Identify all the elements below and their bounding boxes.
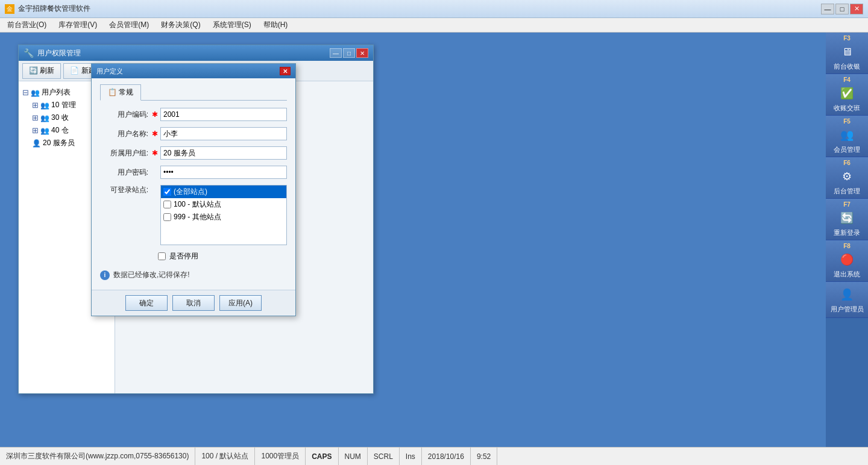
user-group-row: 所属用户组: ✱ <box>100 146 287 160</box>
sidebar-key-f3: F3 <box>843 35 851 42</box>
tree-label-40: 40 仓 <box>51 125 69 136</box>
sidebar-key-f8: F8 <box>843 243 851 249</box>
sidebar-label-user: 用户管理员 <box>831 305 864 314</box>
tree-icon-40: 👥 <box>40 126 49 135</box>
main-window: 🔧 用户权限管理 — □ ✕ 🔄 刷新 📄 新建 ⊟ 👥 用户列表 ⊞ <box>18 45 374 394</box>
user-name-required: ✱ <box>152 130 158 138</box>
tree-icon-20: 👤 <box>32 139 41 148</box>
user-code-required: ✱ <box>152 110 158 119</box>
site-checkbox-all[interactable] <box>163 188 171 196</box>
user-group-label: 所属用户组: <box>100 148 148 158</box>
user-dialog-title: 用户定义 <box>96 67 123 76</box>
status-num: NUM <box>339 448 368 465</box>
sidebar-label-logout: 退出系统 <box>834 270 860 279</box>
user-group-input[interactable] <box>160 146 287 160</box>
right-panel: 用户定义 ✕ 📋 常规 用户编码: ✱ <box>115 81 373 393</box>
close-button[interactable]: ✕ <box>850 4 863 14</box>
tree-root-icon: 👥 <box>31 89 40 97</box>
sidebar-btn-user[interactable]: 👤 用户管理员 <box>826 282 868 318</box>
tree-icon-10: 👥 <box>40 101 49 110</box>
window-controls: — □ ✕ <box>821 4 863 14</box>
frontdesk-icon: 🖥 <box>838 43 855 60</box>
tree-label-20: 20 服务员 <box>43 138 75 148</box>
site-label-999: 999 - 其他站点 <box>174 212 221 222</box>
user-dialog-footer: 确定 取消 应用(A) <box>92 290 295 316</box>
tree-expand-40-icon: ⊞ <box>32 126 39 135</box>
sidebar-label-members: 会员管理 <box>834 145 860 154</box>
disable-checkbox[interactable] <box>158 252 166 260</box>
user-dialog-titlebar: 用户定义 ✕ <box>92 64 295 78</box>
menu-system[interactable]: 系统管理(S) <box>208 19 256 31</box>
tab-general[interactable]: 📋 常规 <box>100 84 141 101</box>
info-icon: i <box>100 270 110 280</box>
sidebar-label-backend: 后台管理 <box>834 187 860 196</box>
backend-icon: ⚙ <box>838 168 855 185</box>
desktop: F3 🖥 前台收银 F4 ✅ 收账交班 F5 👥 会员管理 F6 ⚙ 后台管理 … <box>0 33 868 447</box>
minimize-button[interactable]: — <box>821 4 834 14</box>
site-checkbox-100[interactable] <box>163 201 171 208</box>
app-icon: 金 <box>5 4 14 14</box>
apply-button[interactable]: 应用(A) <box>219 295 262 311</box>
main-window-title: 用户权限管理 <box>37 48 81 58</box>
password-label: 用户密码: <box>100 167 148 178</box>
menu-help[interactable]: 帮助(H) <box>259 19 293 31</box>
status-scrl: SCRL <box>368 448 400 465</box>
password-row: 用户密码: ✱ <box>100 166 287 179</box>
menu-frontdesk[interactable]: 前台营业(O) <box>2 19 51 31</box>
password-input[interactable] <box>160 166 287 179</box>
main-minimize-btn[interactable]: — <box>330 48 342 58</box>
user-dialog-close-btn[interactable]: ✕ <box>280 67 291 75</box>
sidebar-btn-frontdesk[interactable]: F3 🖥 前台收银 <box>826 33 868 74</box>
main-window-titlebar: 🔧 用户权限管理 — □ ✕ <box>19 45 373 61</box>
cancel-button[interactable]: 取消 <box>172 295 215 311</box>
right-sidebar: F3 🖥 前台收银 F4 ✅ 收账交班 F5 👥 会员管理 F6 ⚙ 后台管理 … <box>826 33 868 447</box>
tree-label-30: 30 收 <box>51 113 69 123</box>
user-name-input[interactable] <box>160 127 287 140</box>
sidebar-label-relogin: 重新登录 <box>834 228 860 237</box>
status-station: 100 / 默认站点 <box>195 448 255 465</box>
site-item-999[interactable]: 999 - 其他站点 <box>161 211 286 223</box>
sidebar-btn-members[interactable]: F5 👥 会员管理 <box>826 116 868 157</box>
sites-row: 可登录站点: ✱ (全部站点) 100 - 默认站点 <box>100 185 287 245</box>
user-dialog: 用户定义 ✕ 📋 常规 用户编码: ✱ <box>91 63 296 316</box>
sidebar-btn-backend[interactable]: F6 ⚙ 后台管理 <box>826 157 868 199</box>
info-row: i 数据已经修改,记得保存! <box>100 266 287 284</box>
menu-bar: 前台营业(O) 库存管理(V) 会员管理(M) 财务决策(Q) 系统管理(S) … <box>0 18 868 33</box>
disable-label: 是否停用 <box>169 251 198 261</box>
status-date: 2018/10/16 <box>422 448 471 465</box>
ok-button[interactable]: 确定 <box>125 295 168 311</box>
tree-root-label: 用户列表 <box>42 87 71 98</box>
site-label-all: (全部站点) <box>174 187 207 197</box>
cashier-icon: ✅ <box>838 85 855 102</box>
sidebar-btn-cashier[interactable]: F4 ✅ 收账交班 <box>826 74 868 116</box>
refresh-button[interactable]: 🔄 刷新 <box>22 63 61 79</box>
site-item-100[interactable]: 100 - 默认站点 <box>161 198 286 211</box>
statusbar: 深圳市三度软件有限公司(www.jzzp.com,0755-83656130) … <box>0 447 868 465</box>
sidebar-btn-relogin[interactable]: F7 🔄 重新登录 <box>826 199 868 240</box>
site-item-all[interactable]: (全部站点) <box>161 186 286 198</box>
user-name-label: 用户名称: <box>100 129 148 139</box>
sites-list[interactable]: (全部站点) 100 - 默认站点 999 - 其他站点 <box>160 185 287 245</box>
user-icon: 👤 <box>838 286 855 303</box>
status-company: 深圳市三度软件有限公司(www.jzzp.com,0755-83656130) <box>0 448 195 465</box>
sidebar-key-f7: F7 <box>843 201 851 208</box>
menu-finance[interactable]: 财务决策(Q) <box>156 19 205 31</box>
main-window-controls: — □ ✕ <box>330 48 368 58</box>
main-close-btn[interactable]: ✕ <box>356 48 368 58</box>
status-ins: Ins <box>400 448 422 465</box>
user-code-label: 用户编码: <box>100 110 148 120</box>
site-checkbox-999[interactable] <box>163 213 171 221</box>
tree-expand-30-icon: ⊞ <box>32 113 39 122</box>
user-code-input[interactable] <box>160 108 287 121</box>
main-window-icon: 🔧 <box>24 48 34 58</box>
sidebar-btn-logout[interactable]: F8 🔴 退出系统 <box>826 240 868 282</box>
user-group-required: ✱ <box>152 149 158 157</box>
main-maximize-btn[interactable]: □ <box>343 48 355 58</box>
sidebar-key-f4: F4 <box>843 76 851 83</box>
sidebar-label-frontdesk: 前台收银 <box>834 62 860 71</box>
tree-label-10: 10 管理 <box>51 100 76 110</box>
menu-inventory[interactable]: 库存管理(V) <box>54 19 102 31</box>
menu-members[interactable]: 会员管理(M) <box>104 19 154 31</box>
app-title: 金宇招牌餐饮管理软件 <box>18 4 90 14</box>
maximize-button[interactable]: □ <box>835 4 849 14</box>
